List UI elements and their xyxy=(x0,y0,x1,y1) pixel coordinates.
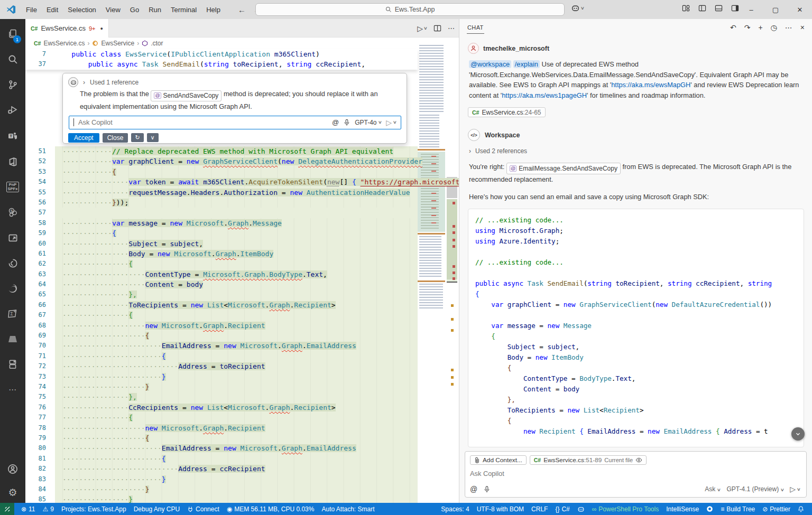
status-item-intellisense[interactable]: IntelliSense xyxy=(662,503,703,515)
menu-view[interactable]: View xyxy=(101,4,125,16)
status-item-auto-attach-smart[interactable]: Auto Attach: Smart xyxy=(318,503,378,515)
copilot-menu[interactable]: ∨ xyxy=(571,4,584,13)
menu-file[interactable]: File xyxy=(21,4,42,16)
code-line-81[interactable]: 81························{ xyxy=(25,454,418,464)
status-item-spaces-4[interactable]: Spaces: 4 xyxy=(437,503,473,515)
breadcrumb-file[interactable]: EwsService.cs xyxy=(43,40,85,47)
menu-edit[interactable]: Edit xyxy=(42,4,63,16)
send-button[interactable]: ▷∨ xyxy=(790,485,800,493)
edge-tools-icon[interactable] xyxy=(0,278,25,299)
new-chat-icon[interactable]: + xyxy=(758,23,762,32)
code-line-70[interactable]: 70························EmailAddress =… xyxy=(25,341,418,351)
send-button[interactable]: ▷∨ xyxy=(386,118,396,127)
code-line-67[interactable]: 67················{ xyxy=(25,310,418,320)
code-editor[interactable]: 51············// Replace deprecated EWS … xyxy=(25,146,418,503)
sticky-line[interactable]: 7 public class EwsService(IPublicClientA… xyxy=(25,49,418,59)
rerun-button[interactable]: ↻ xyxy=(131,133,143,142)
live-share-icon[interactable] xyxy=(0,227,25,248)
code-line-77[interactable]: 77················{ xyxy=(25,413,418,423)
code-line-74[interactable]: 74····················} xyxy=(25,382,418,392)
inline-chat-input[interactable]: Ask Copilot @ GPT-4o∨ ▷∨ xyxy=(69,116,401,129)
used-references[interactable]: › Used 2 references xyxy=(469,147,804,155)
chat-code-block[interactable]: // ...existing code...using Microsoft.Gr… xyxy=(468,209,804,447)
status-item-c[interactable]: {}C# xyxy=(551,503,573,515)
code-line-63[interactable]: 63····················ContentType = Micr… xyxy=(25,269,418,279)
menu-selection[interactable]: Selection xyxy=(63,4,100,16)
status-item-build-tree[interactable]: ≡Build Tree xyxy=(717,503,759,515)
more-extensions-icon[interactable]: ⋯ xyxy=(0,379,25,400)
code-line-59[interactable]: 59············{ xyxy=(25,228,418,238)
power-apps-icon[interactable] xyxy=(0,252,25,274)
status-item-debug-any-cpu[interactable]: Debug Any CPU xyxy=(130,503,183,515)
code-line-53[interactable]: 53············{ xyxy=(25,167,418,177)
mention-icon[interactable]: @ xyxy=(332,118,339,126)
pnp-spfx-icon[interactable]: PnPSPFx xyxy=(0,176,25,198)
mention-icon[interactable]: @ xyxy=(470,485,477,493)
scroll-to-bottom-button[interactable] xyxy=(791,427,805,441)
status-item-utf-8-with-bom[interactable]: UTF-8 with BOM xyxy=(473,503,528,515)
code-line-84[interactable]: 84····················} xyxy=(25,484,418,494)
mode-picker[interactable]: Ask ∨ xyxy=(705,485,720,493)
code-line-57[interactable]: 57 xyxy=(25,208,418,218)
code-line-68[interactable]: 68····················new Microsoft.Grap… xyxy=(25,321,418,331)
menu-terminal[interactable]: Terminal xyxy=(166,4,201,16)
menu-help[interactable]: Help xyxy=(201,4,225,16)
menu-go[interactable]: Go xyxy=(125,4,144,16)
status-item-projects-ews-test-app[interactable]: Projects: Ews.Test.App xyxy=(58,503,130,515)
account-icon[interactable] xyxy=(0,458,25,480)
code-line-73[interactable]: 73························} xyxy=(25,372,418,382)
settings-gear-icon[interactable]: ⚙ xyxy=(0,482,25,503)
status-item-copilot[interactable] xyxy=(574,503,588,515)
code-line-64[interactable]: 64····················Content = body xyxy=(25,279,418,289)
keyword-chip[interactable]: /explain xyxy=(513,60,540,68)
model-picker[interactable]: GPT-4o∨ xyxy=(355,119,381,126)
run-button[interactable]: ▷∨ xyxy=(417,24,427,33)
sharepoint-icon[interactable]: S xyxy=(0,202,25,223)
attached-file-chip[interactable]: C# EwsService.cs:24-65 xyxy=(468,107,546,117)
remote-indicator[interactable] xyxy=(0,503,14,515)
link[interactable]: https://aka.ms/ewsMapGH xyxy=(611,81,690,89)
status-item-powershell-pro-tools[interactable]: ∞PowerShell Pro Tools xyxy=(588,503,662,515)
code-line-60[interactable]: 60················Subject = subject, xyxy=(25,239,418,249)
mic-icon[interactable] xyxy=(484,485,490,493)
toggle-sidebar-icon[interactable] xyxy=(698,4,706,12)
code-line-82[interactable]: 82····························Address = … xyxy=(25,464,418,474)
code-line-80[interactable]: 80························EmailAddress =… xyxy=(25,443,418,453)
back-arrow-icon[interactable]: ← xyxy=(238,5,246,14)
tab-chat[interactable]: CHAT xyxy=(467,21,484,34)
teams-icon[interactable]: T xyxy=(0,126,25,147)
chat-input-box[interactable]: Add Context... C# EwsService.cs:51-89 Cu… xyxy=(465,451,807,498)
keyword-chip[interactable]: @workspace xyxy=(469,60,511,68)
office-icon[interactable] xyxy=(0,151,25,172)
close-button[interactable]: Close xyxy=(103,133,128,143)
undo-icon[interactable]: ↶ xyxy=(730,23,736,32)
tab-ewsservice[interactable]: C# EwsService.cs 9+ ● xyxy=(25,19,109,38)
code-line-52[interactable]: 52············var graphClient = new Grap… xyxy=(25,156,418,166)
status-item-crlf[interactable]: CRLF xyxy=(528,503,551,515)
symbol-chip[interactable]: @SendAndSaveCopy xyxy=(151,90,222,101)
code-line-83[interactable]: 83························} xyxy=(25,474,418,484)
code-line-56[interactable]: 56············})); xyxy=(25,198,418,208)
chevron-right-icon[interactable]: › xyxy=(83,79,85,86)
powershell-tools-icon[interactable]: Σ xyxy=(0,303,25,324)
code-line-54[interactable]: 54················var token = await m365… xyxy=(25,177,418,187)
run-debug-icon[interactable] xyxy=(0,99,25,120)
source-control-icon[interactable] xyxy=(0,74,25,95)
code-line-66[interactable]: 66················ToRecipients = new Lis… xyxy=(25,300,418,310)
model-picker[interactable]: GPT-4.1 (Preview) ∨ xyxy=(726,485,783,493)
code-line-71[interactable]: 71························{ xyxy=(25,351,418,361)
code-line-55[interactable]: 55················requestMessage.Headers… xyxy=(25,188,418,198)
code-line-75[interactable]: 75················}, xyxy=(25,392,418,402)
code-line-78[interactable]: 78····················new Microsoft.Grap… xyxy=(25,423,418,433)
link[interactable]: https://aka.ms/ews1pageGH xyxy=(502,91,587,99)
mic-icon[interactable] xyxy=(344,119,350,126)
status-item-9[interactable]: ⚠9 xyxy=(39,503,58,515)
customize-layout-icon[interactable] xyxy=(682,4,690,12)
status-item-bell[interactable] xyxy=(794,503,808,515)
sticky-line[interactable]: 37 public async Task SendEmail(string to… xyxy=(25,59,418,69)
code-line-72[interactable]: 72····························Address = … xyxy=(25,361,418,371)
code-line-58[interactable]: 58············var message = new Microsof… xyxy=(25,218,418,228)
add-context-button[interactable]: Add Context... xyxy=(470,455,527,465)
tab-modified-dot[interactable]: ● xyxy=(100,26,103,31)
search-icon[interactable] xyxy=(0,49,25,70)
